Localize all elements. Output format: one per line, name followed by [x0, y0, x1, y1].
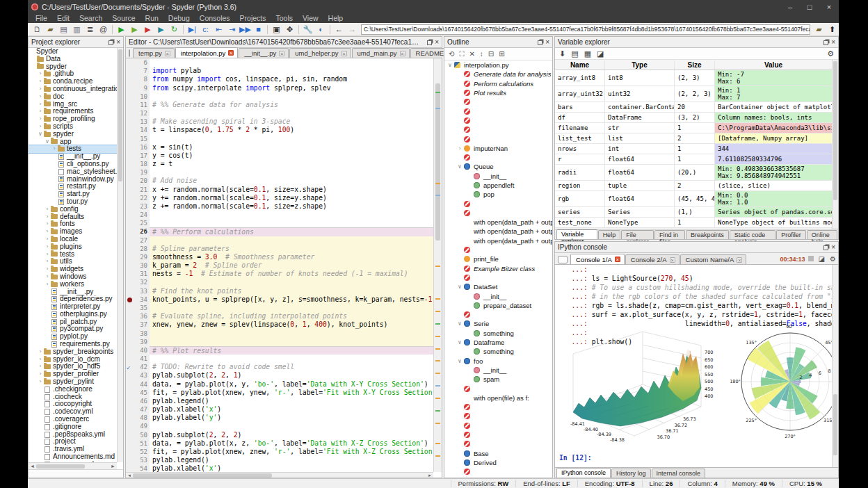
fullscreen-icon[interactable]: ⛶ [459, 50, 464, 58]
menu-consoles[interactable]: Consoles [195, 14, 235, 22]
collapse-all-icon[interactable]: ⊟ [488, 50, 494, 58]
console-scrollbar[interactable] [832, 265, 838, 467]
expander-icon[interactable]: › [38, 86, 43, 93]
import-data-icon[interactable]: ⬇ [559, 49, 565, 58]
tree-item[interactable]: ›workers [29, 281, 117, 288]
code-line[interactable]: 43pylab.subplot(2, 2, 1) [126, 371, 433, 380]
code-line[interactable]: 37xnew, ynew, znew = splev(linspace(0, 1… [126, 320, 433, 329]
variable-row[interactable]: list_testlist2[Dataframe, Numpy array] [555, 133, 832, 144]
code-line[interactable]: 40# %% Plot results [126, 346, 433, 355]
close-pane-icon[interactable]: × [435, 39, 439, 46]
console-pane-tab[interactable]: Internal console [652, 469, 706, 478]
editor-tab[interactable]: temp.py× [133, 48, 175, 58]
code-line[interactable]: 45fit, = pylab.plot(xnew, ynew, 'r-', la… [126, 389, 433, 397]
open-directory-icon[interactable]: ▰ [812, 24, 826, 35]
save-all-icon[interactable]: ▥ [70, 24, 83, 35]
expander-icon[interactable]: › [38, 363, 43, 371]
expander-icon[interactable]: ∨ [457, 163, 463, 170]
rerun-cell-icon[interactable]: ▶ [154, 24, 168, 35]
variable-row[interactable]: rfloat6417.611082589334796 [555, 154, 832, 165]
editor-tab[interactable]: __init__.py× [239, 48, 289, 58]
maximize-button[interactable]: □ [800, 0, 819, 13]
project-tree-scrollbar[interactable] [117, 48, 123, 462]
expander-icon[interactable]: ∨ [457, 358, 463, 364]
expander-icon[interactable]: › [45, 228, 50, 236]
outline-item[interactable] [444, 106, 552, 115]
expander-icon[interactable]: › [45, 266, 50, 273]
outline-item[interactable]: with open(data_path + output_file_n... [444, 218, 552, 227]
outline-item[interactable]: Perform calculations [444, 79, 552, 88]
close-pane-icon[interactable]: × [116, 39, 120, 46]
expander-icon[interactable]: › [38, 93, 43, 101]
expander-icon[interactable]: › [51, 145, 57, 153]
forward-icon[interactable]: → [346, 24, 359, 35]
menu-projects[interactable]: Projects [235, 14, 271, 22]
new-file-icon[interactable]: 🗋 [31, 24, 44, 35]
expander-icon[interactable]: ∨ [457, 284, 463, 290]
outline-item[interactable]: __init__ [444, 366, 552, 375]
outline-item[interactable]: Plot results [444, 88, 552, 97]
console-tab[interactable]: Console 1/A× [570, 254, 625, 264]
expander-icon[interactable]: › [45, 213, 50, 221]
code-line[interactable]: 15 [126, 135, 433, 143]
expander-icon[interactable]: › [45, 220, 50, 228]
code-line[interactable]: 8from numpy import cos, linspace, pi, si… [126, 75, 433, 83]
close-tab-icon[interactable]: × [279, 51, 284, 56]
pane-tab[interactable]: File explorer [621, 230, 654, 239]
close-tab-icon[interactable]: × [615, 257, 620, 262]
parent-directory-icon[interactable]: ⬆ [826, 24, 839, 35]
console-pane-tab[interactable]: IPython console [556, 468, 611, 478]
pane-tab[interactable]: Online help [807, 230, 837, 239]
outline-item[interactable] [444, 412, 552, 421]
variable-row[interactable]: test_noneNoneType1NoneType object of bui… [555, 218, 832, 228]
code-line[interactable]: 50pylab.subplot(2, 2, 2) [126, 431, 433, 439]
tree-item[interactable]: ›doc [29, 93, 117, 101]
working-directory-combo[interactable]: C:\Users\TestUser\Downloads\16740156420f… [361, 24, 810, 35]
pane-tab[interactable]: Find in files [654, 230, 685, 239]
undock-icon[interactable] [538, 40, 542, 45]
follow-cursor-icon[interactable]: ⟲ [449, 50, 454, 58]
browse-tabs-icon[interactable] [129, 49, 130, 57]
code-line[interactable]: 11# %% Generate data for analysis [126, 101, 433, 109]
outline-item[interactable]: with open(file) as f: [444, 393, 552, 402]
outline-item[interactable]: ∨Dataframe [444, 338, 552, 347]
variable-row[interactable]: barscontainer.BarContainer20BarContainer… [555, 102, 832, 113]
expander-icon[interactable]: › [45, 251, 50, 259]
editor-hscrollbar[interactable]: ◄► [126, 472, 433, 478]
save-data-as-icon[interactable]: ▦ [584, 49, 591, 58]
code-line[interactable]: 18z = t [126, 160, 433, 168]
run-icon[interactable]: ▶ [115, 24, 128, 35]
editor-scrollbar[interactable] [433, 58, 442, 472]
code-line[interactable]: 24 [126, 211, 433, 219]
expander-icon[interactable]: › [45, 273, 50, 281]
console-tab[interactable]: Console 2/A× [625, 254, 680, 264]
menu-source[interactable]: Source [107, 14, 140, 22]
tree-item[interactable]: Data [29, 56, 117, 63]
close-pane-icon[interactable]: × [831, 244, 835, 251]
run-cell-advance-icon[interactable]: ▶ [141, 24, 154, 35]
code-line[interactable]: 31nests = -1 # Estimate of number of kno… [126, 270, 433, 278]
editor-tab[interactable]: umd_main.py× [352, 48, 410, 58]
code-line[interactable]: ✓42# TODO: Rewrite to avoid code smell [126, 363, 433, 371]
code-line[interactable]: 23z += random.normal(scale=0.1, size=z.s… [126, 202, 433, 211]
code-line[interactable]: 6 [126, 58, 433, 67]
outline-item[interactable] [444, 97, 552, 106]
code-line[interactable]: 13# Make ascending spiral in 3-space [126, 117, 433, 126]
code-line[interactable]: 46pylab.legend() [126, 397, 433, 405]
code-line[interactable]: 36# Evaluate spline, including interpola… [126, 312, 433, 320]
outline-item[interactable]: Example Bitzer class [444, 264, 552, 273]
code-line[interactable]: 38 [126, 330, 433, 338]
menu-edit[interactable]: Edit [52, 14, 74, 22]
expander-icon[interactable]: › [45, 236, 50, 243]
variable-row[interactable]: radiifloat64(20,)Min: 0.4983036638535687… [555, 165, 832, 181]
undock-icon[interactable] [108, 40, 113, 45]
close-tab-icon[interactable]: × [737, 257, 742, 263]
variable-row[interactable]: array_int8int8(2, 3)Min: -7Max: 6 [555, 70, 832, 86]
expander-icon[interactable]: › [38, 371, 43, 378]
sort-icon[interactable]: ↕ [480, 50, 483, 58]
code-line[interactable]: 17y = cos(t) [126, 152, 433, 160]
code-line[interactable]: 20# Add noise [126, 177, 433, 185]
tree-item[interactable]: ∨spyder [29, 131, 117, 138]
project-tree-hscrollbar[interactable]: ◄► [29, 462, 117, 469]
outline-item[interactable] [444, 245, 552, 254]
